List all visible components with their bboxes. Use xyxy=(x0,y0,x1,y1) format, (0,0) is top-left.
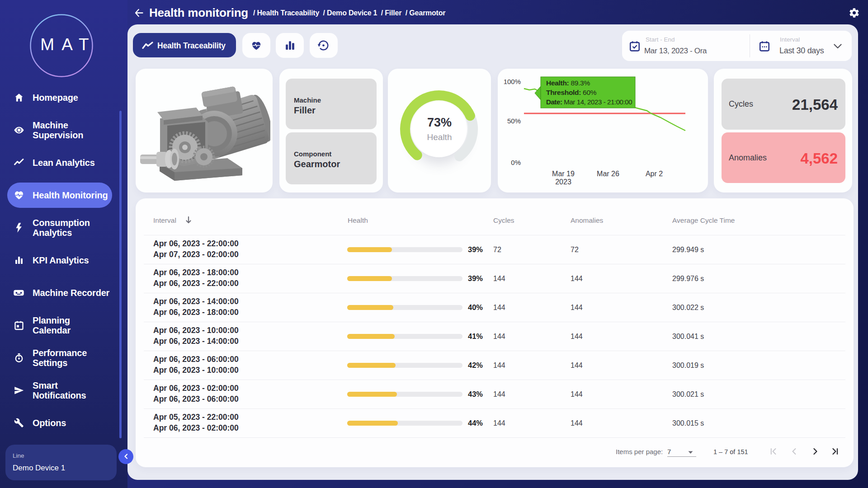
svg-text:Health: 89.3%: Health: 89.3% xyxy=(546,79,590,87)
svg-text:0%: 0% xyxy=(511,159,521,166)
svg-text:Apr 2: Apr 2 xyxy=(646,170,663,178)
svg-text:50%: 50% xyxy=(507,117,521,125)
svg-text:Date: Mar 14, 2023 - 21:00:00: Date: Mar 14, 2023 - 21:00:00 xyxy=(546,98,632,106)
svg-text:100%: 100% xyxy=(504,78,521,85)
svg-text:2023: 2023 xyxy=(555,178,571,186)
svg-text:Threshold: 60%: Threshold: 60% xyxy=(546,89,597,96)
svg-text:Mar 19: Mar 19 xyxy=(552,170,575,178)
svg-text:Mar 26: Mar 26 xyxy=(597,170,619,178)
